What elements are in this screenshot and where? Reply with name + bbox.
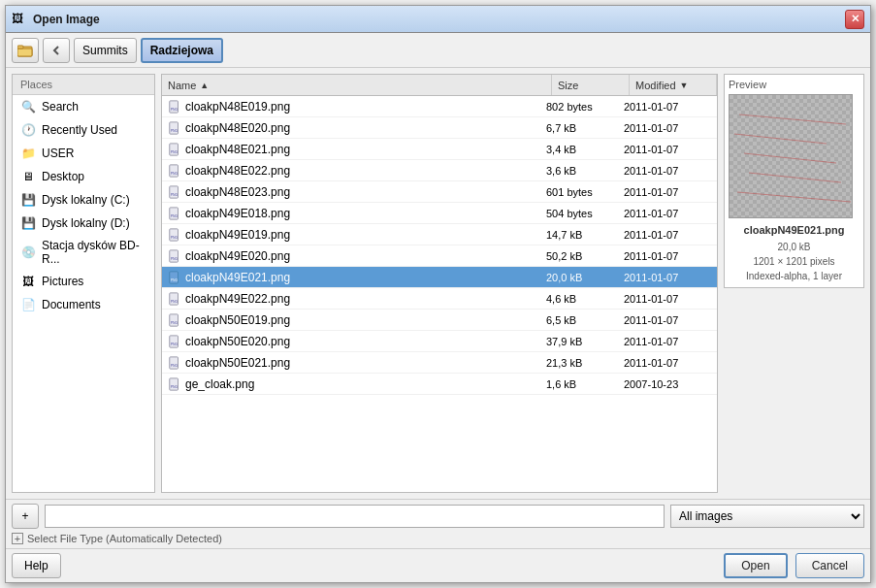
preview-filename: cloakpN49E021.png	[729, 224, 860, 236]
table-row[interactable]: PNG cloakpN48E020.png 6,7 kB 2011-01-07	[162, 117, 717, 139]
col-size-header[interactable]: Size	[552, 75, 630, 95]
file-png-icon: PNG	[168, 249, 181, 263]
sidebar-item-user[interactable]: 📁 USER	[13, 142, 154, 165]
preview-svg	[730, 95, 853, 218]
toolbar: Summits Radziejowa	[6, 33, 870, 68]
sidebar: Places 🔍 Search 🕐 Recently Used 📁 USER 🖥…	[12, 74, 155, 493]
open-image-dialog: 🖼 Open Image ✕ Summits Radziejowa	[5, 5, 871, 583]
svg-text:PNG: PNG	[171, 192, 178, 196]
table-row[interactable]: PNG ge_cloak.png 1,6 kB 2007-10-23	[162, 374, 717, 395]
svg-text:PNG: PNG	[171, 171, 178, 175]
svg-text:PNG: PNG	[171, 299, 178, 303]
file-list-scroll[interactable]: PNG cloakpN48E019.png 802 bytes 2011-01-…	[162, 96, 717, 492]
sidebar-item-documents[interactable]: 📄 Documents	[13, 293, 154, 316]
add-location-button[interactable]: +	[12, 504, 39, 529]
filter-select[interactable]: All images PNG files JPEG files All file…	[670, 505, 864, 528]
svg-text:PNG: PNG	[171, 235, 178, 239]
file-png-icon: PNG	[168, 164, 181, 178]
bottom-row1: + All images PNG files JPEG files All fi…	[12, 504, 864, 529]
dialog-icon: 🖼	[12, 12, 27, 27]
sidebar-header: Places	[13, 75, 154, 95]
help-button[interactable]: Help	[12, 553, 61, 578]
back-icon	[50, 45, 62, 56]
file-list-header: Name ▲ Size Modified ▼	[162, 75, 717, 96]
svg-text:PNG: PNG	[171, 342, 178, 345]
user-folder-icon: 📁	[20, 146, 36, 161]
tab-radziejowa[interactable]: Radziejowa	[141, 38, 223, 63]
sidebar-item-pictures[interactable]: 🖼 Pictures	[13, 270, 154, 293]
svg-line-34	[749, 173, 841, 182]
file-png-icon: PNG	[168, 100, 181, 114]
back-button[interactable]	[43, 38, 70, 63]
svg-line-32	[734, 134, 827, 144]
preview-checker	[730, 95, 852, 217]
main-area: Places 🔍 Search 🕐 Recently Used 📁 USER 🖥…	[6, 68, 870, 499]
table-row[interactable]: PNG cloakpN49E021.png 20,0 kB 2011-01-07	[162, 267, 717, 288]
file-png-icon: PNG	[168, 185, 181, 199]
bottom-bar: + All images PNG files JPEG files All fi…	[6, 499, 870, 548]
open-button[interactable]: Open	[724, 553, 787, 578]
file-png-icon: PNG	[168, 121, 181, 135]
file-png-icon: PNG	[168, 228, 181, 242]
svg-text:PNG: PNG	[171, 213, 178, 217]
svg-text:PNG: PNG	[171, 149, 178, 153]
tab-summits[interactable]: Summits	[74, 38, 137, 63]
dialog-title: Open Image	[33, 13, 100, 26]
preview-header: Preview	[729, 79, 860, 90]
table-row[interactable]: PNG cloakpN49E018.png 504 bytes 2011-01-…	[162, 203, 717, 224]
file-png-icon: PNG	[168, 335, 181, 348]
table-row[interactable]: PNG cloakpN50E020.png 37,9 kB 2011-01-07	[162, 331, 717, 352]
folder-icon-button[interactable]	[12, 38, 39, 63]
file-png-icon: PNG	[168, 313, 181, 327]
sidebar-item-bd-rw[interactable]: 💿 Stacja dysków BD-R...	[13, 235, 154, 270]
col-modified-header[interactable]: Modified ▼	[630, 75, 717, 95]
svg-line-31	[739, 114, 846, 124]
file-png-icon: PNG	[168, 207, 181, 220]
table-row[interactable]: PNG cloakpN48E021.png 3,4 kB 2011-01-07	[162, 139, 717, 160]
preview-image	[729, 94, 853, 218]
preview-area: Preview cloakpN49E021.png	[724, 74, 864, 493]
cancel-button[interactable]: Cancel	[795, 553, 864, 578]
svg-text:PNG: PNG	[171, 384, 178, 388]
preview-details: 20,0 kB 1201 × 1201 pixels Indexed-alpha…	[729, 240, 860, 283]
table-row[interactable]: PNG cloakpN48E019.png 802 bytes 2011-01-…	[162, 96, 717, 117]
location-bar[interactable]	[45, 505, 665, 528]
disk-d-icon: 💾	[20, 215, 36, 231]
recently-used-icon: 🕐	[20, 122, 36, 138]
file-png-icon: PNG	[168, 356, 181, 370]
svg-text:PNG: PNG	[171, 128, 178, 132]
filetype-row[interactable]: + Select File Type (Automatically Detect…	[12, 533, 864, 544]
sidebar-item-search[interactable]: 🔍 Search	[13, 95, 154, 118]
sidebar-item-disk-c[interactable]: 💾 Dysk lokalny (C:)	[13, 188, 154, 212]
sidebar-item-desktop[interactable]: 🖥 Desktop	[13, 165, 154, 188]
documents-icon: 📄	[20, 297, 36, 312]
table-row[interactable]: PNG cloakpN49E019.png 14,7 kB 2011-01-07	[162, 224, 717, 245]
sidebar-item-disk-d[interactable]: 💾 Dysk lokalny (D:)	[13, 212, 154, 235]
table-row[interactable]: PNG cloakpN50E019.png 6,5 kB 2011-01-07	[162, 310, 717, 331]
svg-text:PNG: PNG	[171, 278, 178, 281]
sidebar-item-recently-used[interactable]: 🕐 Recently Used	[13, 118, 154, 142]
table-row[interactable]: PNG cloakpN49E022.png 4,6 kB 2011-01-07	[162, 288, 717, 310]
svg-rect-1	[17, 49, 32, 56]
titlebar: 🖼 Open Image ✕	[6, 6, 870, 33]
table-row[interactable]: PNG cloakpN48E023.png 601 bytes 2011-01-…	[162, 181, 717, 203]
svg-text:PNG: PNG	[171, 256, 178, 260]
table-row[interactable]: PNG cloakpN49E020.png 50,2 kB 2011-01-07	[162, 245, 717, 267]
disk-c-icon: 💾	[20, 192, 36, 208]
filetype-label: Select File Type (Automatically Detected…	[27, 533, 222, 544]
table-row[interactable]: PNG cloakpN50E021.png 21,3 kB 2011-01-07	[162, 352, 717, 374]
sort-arrow-name: ▲	[200, 81, 209, 90]
svg-line-35	[737, 192, 851, 202]
file-png-icon: PNG	[168, 143, 181, 156]
close-button[interactable]: ✕	[845, 10, 864, 29]
sort-arrow-modified: ▼	[680, 81, 689, 90]
svg-text:PNG: PNG	[171, 320, 178, 324]
col-name-header[interactable]: Name ▲	[162, 75, 552, 95]
table-row[interactable]: PNG cloakpN48E022.png 3,6 kB 2011-01-07	[162, 160, 717, 181]
preview-info: cloakpN49E021.png 20,0 kB 1201 × 1201 pi…	[729, 224, 860, 283]
pictures-icon: 🖼	[20, 274, 36, 289]
svg-rect-2	[17, 46, 23, 49]
titlebar-left: 🖼 Open Image	[12, 12, 100, 27]
svg-text:PNG: PNG	[171, 363, 178, 367]
file-png-icon: PNG	[168, 271, 181, 284]
